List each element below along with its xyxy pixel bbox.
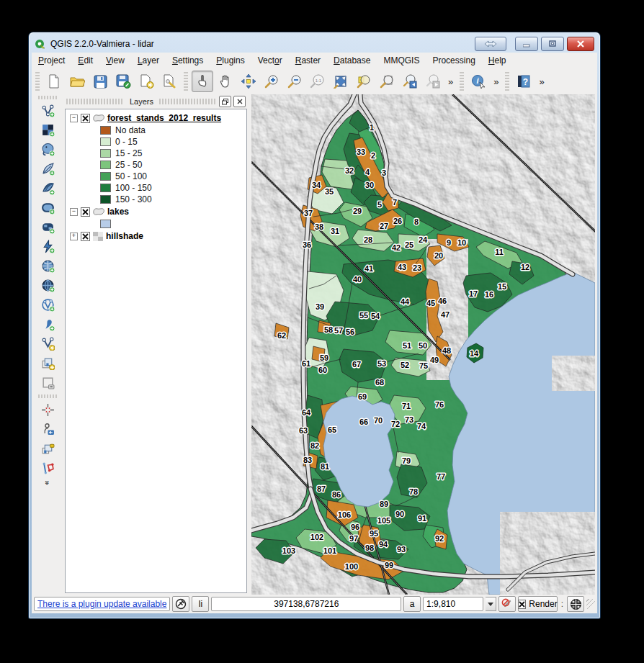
pan-map-button[interactable] (215, 71, 236, 92)
add-oracle-layer-button[interactable] (37, 198, 58, 217)
new-project-button[interactable] (43, 71, 65, 92)
add-mssql-layer-button[interactable] (37, 179, 58, 198)
osm-download-button[interactable] (37, 420, 58, 439)
help-icon: ? (516, 74, 531, 89)
toolbar-handle[interactable] (35, 72, 40, 91)
menu-raster[interactable]: Raster (289, 53, 327, 68)
add-spatialite-layer-button[interactable] (37, 159, 58, 179)
stand-label-97: 97 (349, 534, 358, 543)
minimize-button[interactable] (515, 37, 538, 51)
stand-label-103: 103 (282, 546, 295, 555)
add-wcs-layer-button[interactable] (37, 276, 58, 295)
coordinate-display[interactable]: 397138,6787216 (211, 597, 401, 611)
layer-row-lakes[interactable]: −lakes (68, 205, 246, 218)
menu-help[interactable]: Help (482, 53, 513, 68)
layer-visibility-checkbox[interactable] (81, 232, 90, 241)
scale-dropdown-button[interactable] (486, 597, 497, 611)
open-folder-icon (70, 75, 85, 88)
help-button[interactable]: ? (513, 71, 535, 92)
zoom-to-selection-button[interactable] (353, 71, 375, 92)
zoom-native-button[interactable]: 1:1 (307, 71, 328, 92)
add-vector-layer-button[interactable] (37, 101, 58, 120)
stop-render-button[interactable] (498, 596, 516, 612)
toolbar-overflow-button[interactable]: » (491, 76, 501, 87)
crs-status-button[interactable] (567, 596, 584, 612)
scale-toggle-button[interactable]: a (403, 596, 421, 612)
zoom-last-button[interactable] (399, 71, 421, 92)
composer-manager-button[interactable] (158, 71, 180, 92)
add-wfs-layer-button[interactable] (37, 295, 58, 315)
close-button[interactable] (567, 37, 594, 51)
zoom-to-layer-button[interactable] (376, 71, 398, 92)
title-bar[interactable]: QGIS 2.2.0-Valmiera - lidar (35, 35, 594, 53)
identify-features-button[interactable]: i (468, 71, 489, 92)
layer-row-forest_stands_2012_results[interactable]: −forest_stands_2012_results (68, 112, 246, 125)
toolbar-handle[interactable] (505, 72, 509, 91)
layers-tree[interactable]: −forest_stands_2012_resultsNo data0 - 15… (65, 109, 247, 593)
add-postgis-layer-button[interactable] (37, 140, 58, 159)
map-canvas[interactable]: 1234578910111214151617202324252627282930… (251, 94, 595, 595)
add-raster-layer-button[interactable] (37, 120, 58, 140)
open-project-button[interactable] (66, 71, 88, 92)
stand-label-82: 82 (310, 441, 319, 450)
restore-button[interactable] (541, 37, 564, 51)
save-project-button[interactable] (89, 71, 111, 92)
collapse-icon[interactable]: − (70, 208, 78, 216)
render-checkbox-group[interactable]: Render (518, 596, 557, 612)
render-checkbox[interactable] (518, 600, 526, 609)
menu-edit[interactable]: Edit (71, 53, 99, 68)
toolbar-handle[interactable] (184, 72, 188, 91)
toolbar-overflow-button[interactable]: » (445, 76, 456, 87)
toolbar-handle[interactable] (38, 96, 57, 99)
touch-zoom-pan-button[interactable] (192, 71, 213, 92)
pan-to-selection-button[interactable] (238, 71, 259, 92)
zoom-out-button[interactable] (284, 71, 305, 92)
zoom-next-button[interactable] (422, 71, 444, 92)
layer-visibility-checkbox[interactable] (81, 207, 90, 217)
layer-name[interactable]: lakes (107, 207, 129, 217)
zoom-in-button[interactable] (261, 71, 282, 92)
language-toggle-button[interactable] (475, 37, 506, 51)
menu-vector[interactable]: Vector (251, 53, 289, 68)
menu-project[interactable]: Project (32, 53, 71, 68)
panel-close-button[interactable] (233, 96, 246, 107)
menu-database[interactable]: Database (327, 53, 377, 68)
panel-float-button[interactable] (219, 96, 231, 107)
save-project-as-button[interactable] (112, 71, 134, 92)
toolbar-overflow-chevron[interactable]: » (43, 480, 52, 484)
collapse-icon[interactable]: − (70, 114, 78, 122)
layer-name[interactable]: hillshade (106, 231, 143, 241)
layer-row-hillshade[interactable]: +hillshade (68, 230, 246, 243)
gps-tracking-button[interactable] (37, 400, 58, 420)
add-sqlanywhere-layer-button[interactable] (37, 237, 58, 256)
topology-checker-button[interactable] (37, 459, 58, 478)
zoom-full-button[interactable] (330, 71, 352, 92)
new-spatialite-layer-button[interactable] (37, 353, 58, 373)
scale-combobox[interactable]: 1:9,810 (423, 597, 483, 611)
menu-settings[interactable]: Settings (166, 53, 210, 68)
new-composer-button[interactable] (135, 71, 157, 92)
menu-layer[interactable]: Layer (131, 53, 166, 68)
toolbar-handle[interactable] (460, 72, 464, 91)
qgis-logo-icon (35, 38, 46, 50)
menu-mmqgis[interactable]: MMQGIS (377, 53, 426, 68)
menu-view[interactable]: View (99, 53, 131, 68)
add-oracle-georaster-layer-button[interactable] (37, 217, 58, 237)
embed-layers-button[interactable] (37, 373, 58, 392)
menu-plugins[interactable]: Plugins (210, 53, 251, 68)
layer-visibility-checkbox[interactable] (81, 114, 90, 123)
plugin-indicator-button[interactable] (172, 596, 189, 612)
layer-name[interactable]: forest_stands_2012_results (107, 113, 221, 123)
add-wms-layer-button[interactable] (37, 256, 58, 276)
toolbar-overflow-button[interactable]: » (536, 76, 547, 87)
layer-definition-button[interactable] (37, 439, 58, 459)
panel-drag-texture[interactable] (159, 99, 217, 104)
add-delimited-text-layer-button[interactable] (37, 315, 58, 334)
expand-icon[interactable]: + (70, 233, 78, 240)
panel-drag-texture[interactable] (66, 99, 124, 104)
menu-processing[interactable]: Processing (426, 53, 481, 68)
new-shapefile-layer-button[interactable] (37, 334, 58, 353)
plugin-update-link[interactable]: There is a plugin update available (37, 599, 166, 609)
coordinate-toggle-button[interactable]: li (192, 596, 209, 612)
resize-grip[interactable] (586, 599, 595, 609)
